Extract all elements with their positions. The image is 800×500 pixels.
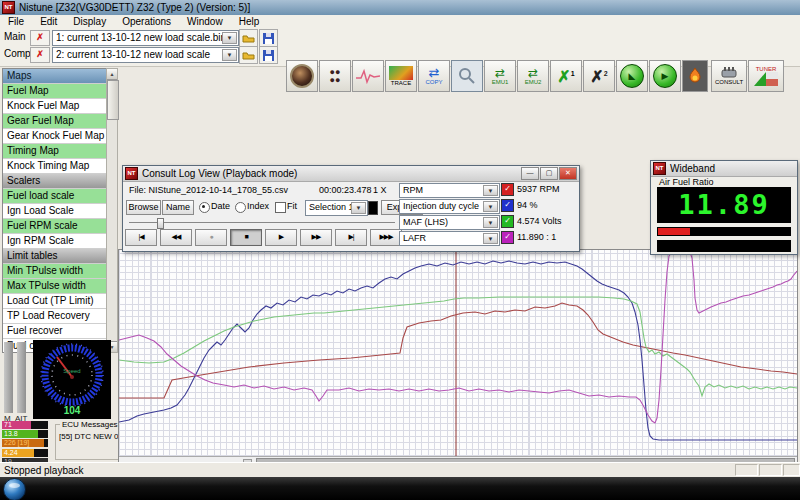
sidebar-item-maps[interactable]: Maps — [3, 69, 106, 84]
clear-2-button[interactable]: ✗2 — [583, 60, 615, 92]
sidebar-item-fuel-rpm-scale[interactable]: Fuel RPM scale — [3, 219, 106, 234]
menu-edit[interactable]: Edit — [32, 16, 65, 27]
sidebar-item-fuel-map[interactable]: Fuel Map — [3, 84, 106, 99]
menu-file[interactable]: File — [0, 16, 32, 27]
title-bar[interactable]: NT Nistune [Z32(VG30DETT) Z32 (Type 2) (… — [0, 0, 800, 15]
ait-vertical-bar — [17, 342, 26, 413]
emu1-label: EMU1 — [492, 79, 509, 85]
start-button[interactable] — [3, 478, 26, 500]
fast-forward-button[interactable]: ▶▶ — [300, 229, 332, 246]
name-button[interactable]: Name — [162, 200, 194, 215]
sidebar-item-load-cut-tp-limit-[interactable]: Load Cut (TP Limit) — [3, 294, 106, 309]
chevron-down-icon[interactable]: ▼ — [483, 217, 498, 228]
green-ball-back-icon: ◣ — [620, 64, 644, 88]
index-radio[interactable] — [235, 202, 246, 213]
map-list-scrollbar[interactable]: ▲ ▼ — [106, 68, 118, 353]
scrollbar-thumb[interactable] — [107, 80, 119, 120]
selection-color-swatch[interactable] — [368, 201, 378, 215]
index-radio-label: Index — [247, 201, 269, 212]
chevron-down-icon[interactable]: ▼ — [222, 49, 237, 61]
open-main-button[interactable] — [239, 29, 258, 47]
maximize-icon[interactable]: ▢ — [540, 167, 558, 180]
close-icon[interactable]: ✕ — [559, 167, 577, 180]
mini-bar-gauge: 226 [19] — [2, 439, 48, 447]
window-title: Nistune [Z32(VG30DETT) Z32 (Type 2) (Ver… — [19, 2, 250, 13]
menu-help[interactable]: Help — [231, 16, 268, 27]
download-button[interactable]: ◣ — [616, 60, 648, 92]
sidebar-item-knock-timing-map[interactable]: Knock Timing Map — [3, 159, 106, 174]
sidebar-item-knock-fuel-map[interactable]: Knock Fuel Map — [3, 99, 106, 114]
browse-button[interactable]: Browse — [126, 200, 161, 215]
waveform-view-button[interactable] — [352, 60, 384, 92]
menu-window[interactable]: Window — [179, 16, 231, 27]
channel-enabled-checkbox[interactable]: ✓ — [501, 183, 514, 196]
chevron-down-icon[interactable]: ▼ — [483, 185, 498, 196]
emu2-button[interactable]: ⇄ EMU2 — [517, 60, 549, 92]
sidebar-item-fuel-load-scale[interactable]: Fuel load scale — [3, 189, 106, 204]
emu1-button[interactable]: ⇄ EMU1 — [484, 60, 516, 92]
stop-button[interactable]: ■ — [230, 229, 262, 246]
channel-enabled-checkbox[interactable]: ✓ — [501, 199, 514, 212]
save-comp-button[interactable] — [259, 46, 278, 64]
chevron-down-icon[interactable]: ▼ — [483, 201, 498, 212]
skip-start-button[interactable]: |◀ — [125, 229, 157, 246]
menu-display[interactable]: Display — [65, 16, 114, 27]
tuner-button[interactable]: TUNER — [748, 60, 784, 92]
turbo-button[interactable]: ▶▶▶ — [370, 229, 402, 246]
sidebar-item-min-tpulse-width[interactable]: Min TPulse width — [3, 264, 106, 279]
channel-value: 11.890 : 1 — [517, 232, 556, 243]
chevron-down-icon[interactable]: ▼ — [483, 233, 498, 244]
selection-combo[interactable]: Selection 1 ▼ — [305, 200, 368, 216]
channel-select-4[interactable]: LAFR▼ — [399, 231, 500, 246]
open-comp-button[interactable] — [239, 46, 258, 64]
channel-select-1[interactable]: RPM▼ — [399, 183, 500, 198]
trace-rpm — [119, 303, 797, 398]
sidebar-item-scalers[interactable]: Scalers — [3, 174, 106, 189]
pointer-tool-button[interactable] — [451, 60, 483, 92]
upload-button[interactable]: ▶ — [649, 60, 681, 92]
sidebar-item-gear-knock-fuel-map[interactable]: Gear Knock Fuel Map — [3, 129, 106, 144]
sidebar-item-timing-map[interactable]: Timing Map — [3, 144, 106, 159]
comp-file-value: 2: current 13-10-12 new load scale — [56, 49, 210, 60]
rewind-button[interactable]: ◀◀ — [160, 229, 192, 246]
date-radio[interactable] — [199, 202, 210, 213]
burn-button[interactable] — [682, 60, 708, 92]
channel-select-2[interactable]: Injection duty cycle▼ — [399, 199, 500, 214]
seek-slider-track[interactable] — [129, 222, 395, 223]
matrix-view-button[interactable]: ●●●● — [319, 60, 351, 92]
app-icon: NT — [125, 167, 138, 180]
wideband-title-bar[interactable]: NT Wideband — [651, 161, 797, 177]
sidebar-item-ign-load-scale[interactable]: Ign Load Scale — [3, 204, 106, 219]
sidebar-item-fuel-recover[interactable]: Fuel recover — [3, 324, 106, 339]
sidebar-item-tp-load-recovery[interactable]: TP Load Recovery — [3, 309, 106, 324]
play-button[interactable]: ▶ — [265, 229, 297, 246]
minimize-icon[interactable]: — — [521, 167, 539, 180]
sidebar-item-ign-rpm-scale[interactable]: Ign RPM Scale — [3, 234, 106, 249]
gauge-view-button[interactable] — [286, 60, 318, 92]
clear-1-button[interactable]: ✗1 — [550, 60, 582, 92]
record-button[interactable]: ● — [195, 229, 227, 246]
seek-slider-thumb[interactable] — [157, 218, 164, 229]
main-file-combo[interactable]: 1: current 13-10-12 new load scale.bin ▼ — [52, 30, 239, 46]
sidebar-item-max-tpulse-width[interactable]: Max TPulse width — [3, 279, 106, 294]
close-comp-file-button[interactable]: ✗ — [30, 47, 50, 63]
save-main-button[interactable] — [259, 29, 278, 47]
skip-end-button[interactable]: ▶| — [335, 229, 367, 246]
close-main-file-button[interactable]: ✗ — [30, 30, 50, 46]
dialog-title-bar[interactable]: NT Consult Log View (Playback mode) — ▢ … — [123, 166, 579, 182]
channel-enabled-checkbox[interactable]: ✓ — [501, 231, 514, 244]
chevron-down-icon[interactable]: ▼ — [222, 32, 237, 44]
trace-button[interactable]: TRACE — [385, 60, 417, 92]
trace-lafr — [119, 251, 797, 423]
comp-file-combo[interactable]: 2: current 13-10-12 new load scale ▼ — [52, 47, 239, 63]
consult-button[interactable]: CONSULT — [711, 60, 747, 92]
channel-enabled-checkbox[interactable]: ✓ — [501, 215, 514, 228]
copy-button[interactable]: ⇄ COPY — [418, 60, 450, 92]
sidebar-item-gear-fuel-map[interactable]: Gear Fuel Map — [3, 114, 106, 129]
sidebar-item-limit-tables[interactable]: Limit tables — [3, 249, 106, 264]
fit-checkbox[interactable] — [275, 202, 286, 213]
scroll-up-icon[interactable]: ▲ — [107, 69, 117, 80]
chevron-down-icon[interactable]: ▼ — [351, 202, 366, 214]
channel-select-3[interactable]: MAF (LHS)▼ — [399, 215, 500, 230]
menu-operations[interactable]: Operations — [114, 16, 179, 27]
